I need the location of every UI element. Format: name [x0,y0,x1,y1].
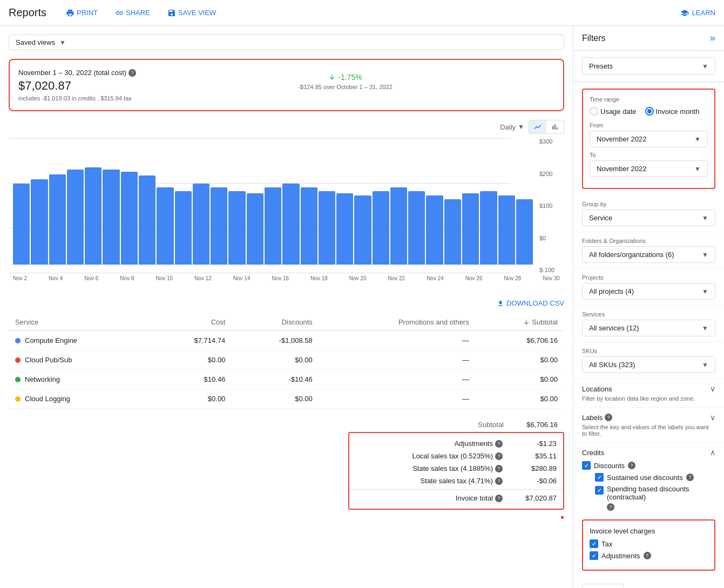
bar[interactable] [13,184,30,265]
sustained-use-checkbox[interactable] [595,473,604,482]
bar[interactable] [373,191,389,265]
projects-section: Projects All projects (4) ▼ [573,269,724,306]
bar[interactable] [480,191,497,265]
invoice-month-radio[interactable] [645,107,654,116]
from-dropdown[interactable]: November 2022 ▼ [590,131,708,147]
to-dropdown[interactable]: November 2022 ▼ [590,160,708,177]
bar[interactable] [444,199,461,265]
adjustments-value: -$1.23 [503,440,557,448]
local-tax-help-icon[interactable]: ? [495,452,503,460]
reset-button[interactable]: RESET [582,584,624,588]
y-label: $300 [539,138,562,145]
locations-header: Locations ∨ [582,384,715,393]
data-table: Service Cost Discounts Promotions and ot… [9,314,564,409]
chart-area: $300 $200 $100 $0 $-100 Nov 2 Nov 4 Nov … [9,138,564,295]
chart-view-toggle [529,120,564,134]
bar[interactable] [336,193,353,265]
bar[interactable] [49,174,66,265]
tax-checkbox[interactable] [590,539,598,548]
spending-based-checkbox[interactable] [595,486,604,495]
state-tax2-help-icon[interactable]: ? [495,477,503,485]
presets-dropdown[interactable]: Presets ▼ [582,57,715,75]
y-label: $0 [539,235,562,241]
line-chart-button[interactable] [529,120,546,133]
service-dot [15,396,21,402]
bar[interactable] [282,184,299,265]
bar[interactable] [85,167,102,265]
bar[interactable] [211,187,227,265]
state-tax2-row: State sales tax (4.71%) ? -$0.06 [349,475,563,490]
discounts-checkbox[interactable] [582,461,591,470]
bar[interactable] [139,175,155,265]
bar[interactable] [301,187,317,265]
filters-collapse-button[interactable]: » [710,32,715,44]
spending-based-help-icon[interactable]: ? [607,503,614,511]
bar[interactable] [498,195,515,265]
bar[interactable] [516,199,533,265]
sustained-use-help-icon[interactable]: ? [686,474,694,481]
bar[interactable] [265,187,281,265]
summary-right: -1.75% -$124.85 over October 1 – 31, 202… [136,69,554,90]
invoice-month-option[interactable]: Invoice month [645,107,700,116]
services-dropdown[interactable]: All services (12) ▼ [582,320,715,336]
bar[interactable] [31,179,48,265]
line-chart-icon [533,123,542,131]
summary-help-icon[interactable]: ? [128,69,136,77]
bar[interactable] [175,191,192,265]
spending-based-label: Spending based discounts (contractual) [607,485,715,501]
x-label: Nov 12 [194,275,212,281]
bar[interactable] [228,191,245,265]
bar[interactable] [426,195,443,265]
bar[interactable] [462,193,479,265]
usage-date-option[interactable]: Usage date [590,107,637,116]
state-tax1-help-icon[interactable]: ? [495,465,503,472]
skus-dropdown[interactable]: All SKUs (323) ▼ [582,356,715,373]
discounts-help-icon[interactable]: ? [628,462,635,469]
credits-header: Credits ∧ [582,448,715,457]
bar-chart-button[interactable] [546,120,564,133]
learn-button[interactable]: LEARN [680,9,715,17]
y-label: $-100 [539,267,562,273]
service-dot [15,338,21,343]
daily-dropdown[interactable]: Daily ▼ [500,123,524,131]
group-by-dropdown[interactable]: Service ▼ [582,209,715,226]
adjustments-help-icon[interactable]: ? [495,440,503,448]
subtotals-section: Subtotal $6,706.16 Adjustments ? -$1.23 [9,417,564,510]
x-label: Nov 2 [13,275,27,281]
table-header-row: Service Cost Discounts Promotions and ot… [9,314,564,331]
bar[interactable] [390,187,407,265]
service-dot [15,377,21,382]
chevron-down-icon: ▼ [702,214,708,222]
bar[interactable] [103,170,119,265]
x-label: Nov 10 [155,275,173,281]
folders-dropdown[interactable]: All folders/organizations (6) ▼ [582,246,715,263]
labels-toggle-button[interactable]: ∨ [710,413,715,422]
bar[interactable] [193,184,209,265]
chevron-down-icon: ▼ [518,123,524,131]
download-csv-button[interactable]: DOWNLOAD CSV [497,299,564,307]
download-icon [497,300,504,307]
projects-dropdown[interactable]: All projects (4) ▼ [582,283,715,300]
col-subtotal: Subtotal [476,314,564,331]
usage-date-radio[interactable] [590,107,598,116]
bar[interactable] [157,187,173,265]
bar[interactable] [67,170,84,265]
state-tax1-row: State sales tax (4.1885%) ? $280.89 [349,462,563,475]
bar[interactable] [121,172,138,265]
bar[interactable] [319,191,335,265]
saved-views-dropdown[interactable]: Saved views ▼ [9,35,564,50]
bar[interactable] [247,193,263,265]
bar[interactable] [354,195,371,265]
adjustments-checkbox[interactable] [590,551,598,560]
invoice-total-help-icon[interactable]: ? [495,495,503,502]
credits-toggle-button[interactable]: ∧ [710,448,715,457]
labels-help-icon[interactable]: ? [605,414,612,421]
labels-section: Labels ? ∨ Select the key and values of … [573,408,724,443]
share-button[interactable]: SHARE [109,5,157,21]
save-view-button[interactable]: SAVE VIEW [161,5,223,21]
locations-toggle-button[interactable]: ∨ [710,384,715,393]
adjustments-filter-help-icon[interactable]: ? [644,552,651,559]
bar[interactable] [408,191,425,265]
service-cell: Cloud Logging [9,389,149,409]
print-button[interactable]: PRINT [59,5,104,21]
